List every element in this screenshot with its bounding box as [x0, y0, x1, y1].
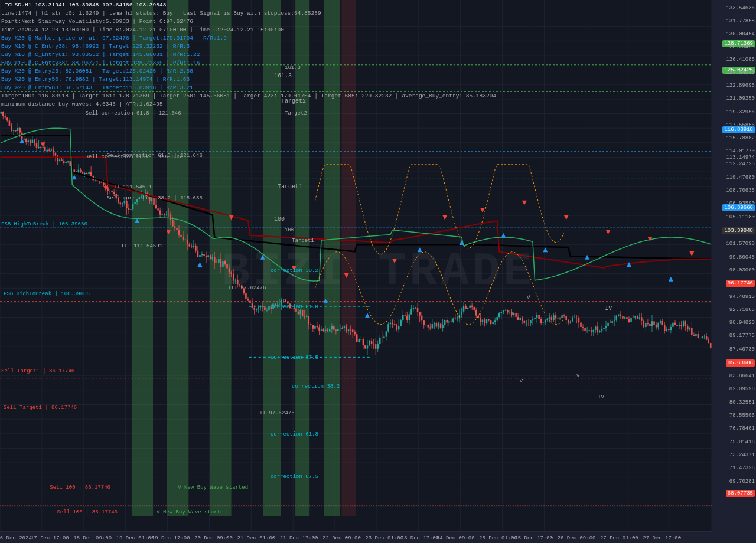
price-label: 94.48910 [729, 294, 755, 300]
time-label: 18 Dec 09:00 [73, 535, 112, 541]
price-label: 68.07735 [726, 490, 755, 496]
price-chart[interactable] [0, 0, 712, 531]
price-label: 106.39666 [722, 205, 755, 211]
time-label: 21 Dec 01:00 [237, 535, 275, 541]
price-label: 73.24371 [729, 452, 755, 458]
time-label: 24 Dec 09:00 [436, 535, 475, 541]
price-label: 119.32956 [726, 109, 755, 115]
price-label: 83.86641 [729, 373, 755, 379]
price-label: 85.63686 [726, 360, 755, 366]
price-label: 96.17746 [726, 280, 755, 286]
time-label: 25 Dec 17:00 [514, 535, 553, 541]
time-label: 23 Dec 17:00 [401, 535, 439, 541]
price-label: 71.47326 [729, 465, 755, 471]
price-label: 80.32551 [729, 400, 755, 405]
time-label: 27 Dec 17:00 [643, 535, 681, 541]
price-label: 114.01770 [726, 148, 755, 154]
price-label: 130.00454 [726, 31, 755, 37]
price-label: 69.70281 [729, 479, 755, 485]
time-label: 20 Dec 09:00 [194, 535, 233, 541]
price-label: 76.78461 [729, 426, 755, 431]
price-label: 131.77858 [726, 18, 755, 24]
time-label: 22 Dec 09:00 [322, 535, 361, 541]
time-label: 17 Dec 17:00 [31, 535, 69, 541]
price-label: 98.03000 [729, 267, 755, 273]
time-label: 16 Dec 2024 [0, 535, 32, 541]
price-label: 82.09596 [729, 386, 755, 392]
price-label: 126.41085 [726, 57, 755, 63]
time-label: 26 Dec 09:00 [558, 535, 596, 541]
price-axis: 133.54636131.77858130.00454128.71369128.… [712, 0, 756, 543]
price-label: 75.01416 [729, 439, 755, 445]
price-label: 133.54636 [726, 5, 755, 11]
price-label: 108.70635 [726, 188, 755, 194]
price-label: 116.83918 [722, 127, 755, 133]
time-axis: 16 Dec 202417 Dec 17:0018 Dec 09:0019 De… [0, 531, 712, 543]
price-label: 110.47680 [726, 175, 755, 181]
price-label: 101.57090 [726, 241, 755, 247]
time-label: 19 Dec 17:00 [152, 535, 190, 541]
price-label: 121.09250 [726, 96, 755, 102]
price-label: 92.71865 [729, 307, 755, 313]
price-label: 122.89695 [726, 83, 755, 89]
price-label: 78.55506 [729, 413, 755, 418]
price-label: 113.14974 [726, 155, 755, 161]
price-label: 99.80045 [729, 254, 755, 260]
price-label: 105.11180 [726, 214, 755, 220]
price-label: 115.78882 [726, 135, 755, 141]
price-label: 112.24725 [726, 161, 755, 167]
price-label: 90.94820 [729, 320, 755, 326]
time-label: 19 Dec 01:00 [116, 535, 155, 541]
time-label: 23 Dec 01:00 [365, 535, 403, 541]
price-label: 87.40730 [729, 346, 755, 352]
chart-container: BIZI TRADE LTCUSD.H1 103.31941 103.39848… [0, 0, 756, 543]
price-label: 89.17775 [729, 333, 755, 339]
price-label: 103.39848 [722, 228, 755, 234]
time-label: 27 Dec 01:00 [600, 535, 638, 541]
time-label: 21 Dec 17:00 [280, 535, 318, 541]
time-label: 25 Dec 01:00 [479, 535, 517, 541]
price-label: 128.23495 [726, 44, 755, 50]
price-label: 124.64040 [726, 70, 755, 76]
